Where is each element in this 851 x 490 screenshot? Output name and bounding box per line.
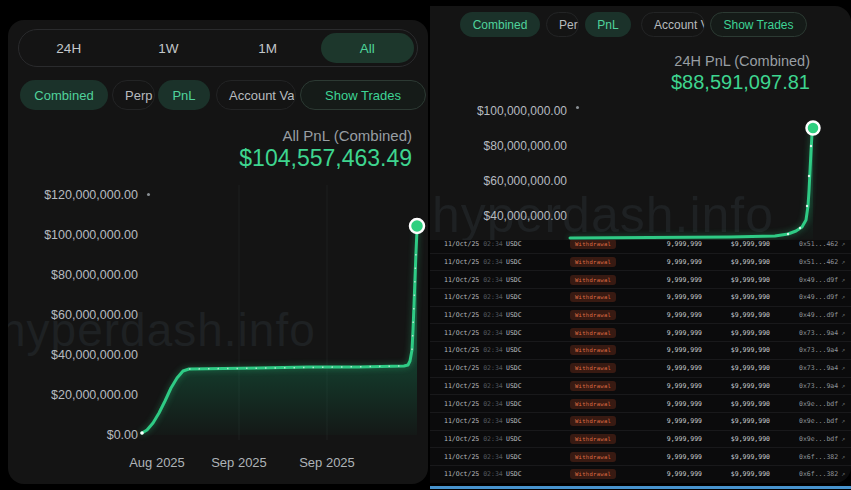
external-link-icon: ↗ [841, 276, 845, 284]
trade-value: $9,999,990 [714, 453, 784, 461]
table-row[interactable]: 11/Oct/25 02:34 USDC Withdrawal 9,999,99… [430, 341, 851, 359]
external-link-icon: ↗ [841, 346, 845, 354]
withdrawal-badge: Withdrawal [570, 381, 616, 391]
pnl-24h-chart[interactable] [430, 6, 851, 240]
trade-size: 9,999,999 [654, 382, 714, 390]
table-row[interactable]: 11/Oct/25 02:34 USDC Withdrawal 9,999,99… [430, 430, 851, 448]
trade-value: $9,999,990 [714, 435, 784, 443]
trade-address-link[interactable]: 0x73...9a4↗ [784, 346, 845, 354]
trade-address-link[interactable]: 0x51...462↗ [784, 258, 845, 266]
table-row[interactable]: 11/Oct/25 02:34 USDC Withdrawal 9,999,99… [430, 377, 851, 395]
trade-timestamp: 11/Oct/25 02:34 [444, 364, 506, 372]
trade-coin: USDC [506, 417, 570, 425]
trade-size: 9,999,999 [654, 258, 714, 266]
trades-table-panel: 11/Oct/25 02:34 USDC Withdrawal 9,999,99… [430, 240, 851, 483]
trade-action-cell: Withdrawal [570, 310, 654, 320]
withdrawal-badge: Withdrawal [570, 310, 616, 320]
trade-coin: USDC [506, 276, 570, 284]
trade-action-cell: Withdrawal [570, 345, 654, 355]
trade-action-cell: Withdrawal [570, 257, 654, 267]
trade-action-cell: Withdrawal [570, 328, 654, 338]
table-row[interactable]: 11/Oct/25 02:34 USDC Withdrawal 9,999,99… [430, 394, 851, 412]
trade-value: $9,999,990 [714, 329, 784, 337]
dashboard-screenshot: 24H 1W 1M All Combined Perp PnL Account … [0, 0, 851, 490]
table-row[interactable]: 11/Oct/25 02:34 USDC Withdrawal 9,999,99… [430, 270, 851, 288]
trade-size: 9,999,999 [654, 470, 714, 478]
trade-address-link[interactable]: 0x73...9a4↗ [784, 364, 845, 372]
trade-address-link[interactable]: 0x9e...bdf↗ [784, 417, 845, 425]
trade-address-link[interactable]: 0x9e...bdf↗ [784, 435, 845, 443]
trade-address-link[interactable]: 0x51...462↗ [784, 240, 845, 248]
chart-endpoint-marker[interactable] [807, 122, 820, 135]
trade-address-link[interactable]: 0x6f...382↗ [784, 470, 845, 478]
withdrawal-badge: Withdrawal [570, 452, 616, 462]
external-link-icon: ↗ [841, 258, 845, 266]
trade-size: 9,999,999 [654, 364, 714, 372]
trade-value: $9,999,990 [714, 382, 784, 390]
external-link-icon: ↗ [841, 470, 845, 478]
trade-timestamp: 11/Oct/25 02:34 [444, 400, 506, 408]
trade-coin: USDC [506, 329, 570, 337]
withdrawal-badge: Withdrawal [570, 363, 616, 373]
point-dot [799, 227, 801, 229]
pnl-24h-panel: Combined Perp PnL Account Va Show Trades… [430, 6, 851, 240]
table-row[interactable]: 11/Oct/25 02:34 USDC Withdrawal 9,999,99… [430, 465, 851, 483]
trade-address-link[interactable]: 0x49...d9f↗ [784, 276, 845, 284]
withdrawal-badge: Withdrawal [570, 469, 616, 479]
table-row[interactable]: 11/Oct/25 02:34 USDC Withdrawal 9,999,99… [430, 306, 851, 324]
trade-value: $9,999,990 [714, 400, 784, 408]
chart-endpoint-marker[interactable] [410, 219, 424, 233]
trade-size: 9,999,999 [654, 435, 714, 443]
external-link-icon: ↗ [841, 435, 845, 443]
trades-table-body: 11/Oct/25 02:34 USDC Withdrawal 9,999,99… [430, 240, 851, 483]
start-point [140, 431, 144, 435]
table-row[interactable]: 11/Oct/25 02:34 USDC Withdrawal 9,999,99… [430, 359, 851, 377]
trade-size: 9,999,999 [654, 240, 714, 248]
table-row[interactable]: 11/Oct/25 02:34 USDC Withdrawal 9,999,99… [430, 240, 851, 253]
trade-timestamp: 11/Oct/25 02:34 [444, 417, 506, 425]
table-row[interactable]: 11/Oct/25 02:34 USDC Withdrawal 9,999,99… [430, 288, 851, 306]
trade-coin: USDC [506, 311, 570, 319]
trade-address-link[interactable]: 0x49...d9f↗ [784, 311, 845, 319]
table-row[interactable]: 11/Oct/25 02:34 USDC Withdrawal 9,999,99… [430, 323, 851, 341]
point-dot [806, 205, 808, 207]
trade-value: $9,999,990 [714, 470, 784, 478]
trade-size: 9,999,999 [654, 400, 714, 408]
trade-address-link[interactable]: 0x9e...bdf↗ [784, 400, 845, 408]
external-link-icon: ↗ [841, 453, 845, 461]
trade-action-cell: Withdrawal [570, 363, 654, 373]
trade-address-link[interactable]: 0x6f...382↗ [784, 453, 845, 461]
trade-coin: USDC [506, 240, 570, 248]
external-link-icon: ↗ [841, 382, 845, 390]
trade-action-cell: Withdrawal [570, 469, 654, 479]
table-row[interactable]: 11/Oct/25 02:34 USDC Withdrawal 9,999,99… [430, 447, 851, 465]
trade-action-cell: Withdrawal [570, 292, 654, 302]
external-link-icon: ↗ [841, 329, 845, 337]
all-pnl-chart[interactable] [8, 20, 428, 484]
withdrawal-badge: Withdrawal [570, 275, 616, 285]
withdrawal-badge: Withdrawal [570, 434, 616, 444]
trade-action-cell: Withdrawal [570, 416, 654, 426]
trade-value: $9,999,990 [714, 346, 784, 354]
trade-timestamp: 11/Oct/25 02:34 [444, 329, 506, 337]
trade-coin: USDC [506, 435, 570, 443]
pnl-line [570, 129, 813, 238]
table-row[interactable]: 11/Oct/25 02:34 USDC Withdrawal 9,999,99… [430, 412, 851, 430]
trade-address-link[interactable]: 0x49...d9f↗ [784, 293, 845, 301]
trade-action-cell: Withdrawal [570, 452, 654, 462]
trade-action-cell: Withdrawal [570, 381, 654, 391]
trade-size: 9,999,999 [654, 346, 714, 354]
external-link-icon: ↗ [841, 311, 845, 319]
trade-address-link[interactable]: 0x73...9a4↗ [784, 329, 845, 337]
external-link-icon: ↗ [841, 364, 845, 372]
trade-action-cell: Withdrawal [570, 275, 654, 285]
trade-value: $9,999,990 [714, 276, 784, 284]
point-dot [808, 175, 810, 177]
table-row[interactable]: 11/Oct/25 02:34 USDC Withdrawal 9,999,99… [430, 253, 851, 271]
area-fill [570, 129, 813, 239]
trade-address-link[interactable]: 0x73...9a4↗ [784, 382, 845, 390]
trade-timestamp: 11/Oct/25 02:34 [444, 276, 506, 284]
trade-timestamp: 11/Oct/25 02:34 [444, 453, 506, 461]
external-link-icon: ↗ [841, 240, 845, 248]
trade-size: 9,999,999 [654, 453, 714, 461]
